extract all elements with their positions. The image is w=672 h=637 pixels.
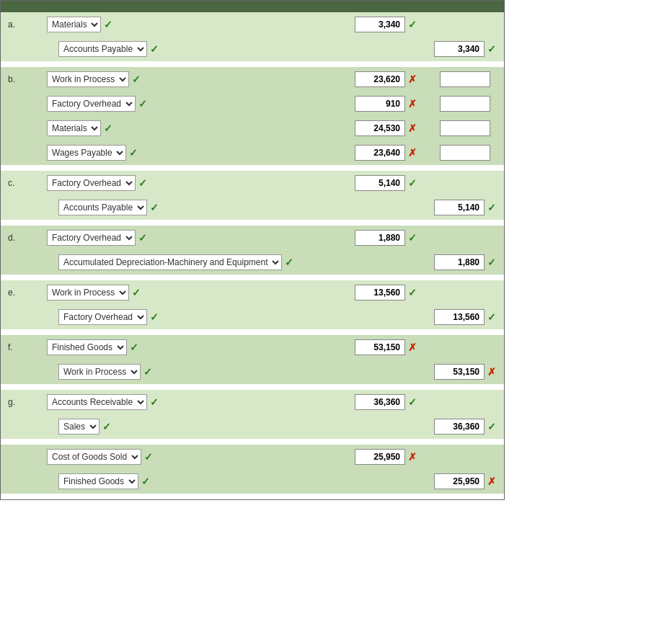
table-row: g.Accounts Receivable✓36,360✓: [1, 390, 504, 414]
credit-amount: 3,340: [434, 41, 485, 57]
row-check-icon: ✓: [144, 451, 153, 463]
row-separator: [1, 384, 504, 390]
table-row: e.Work in Process✓13,560✓: [1, 280, 504, 305]
header-credit: [429, 5, 501, 8]
credit-empty-box[interactable]: [440, 71, 490, 87]
account-select[interactable]: Factory Overhead: [47, 230, 136, 246]
credit-empty-box[interactable]: [440, 145, 490, 161]
credit-amount: 1,880: [434, 254, 485, 270]
account-select[interactable]: Materials: [47, 120, 101, 136]
table-row: Materials✓24,530✗: [1, 116, 504, 141]
row-separator: [1, 275, 504, 280]
debit-cell: 25,950✗: [342, 449, 429, 465]
debit-amount: 910: [355, 96, 405, 112]
debit-amount: 23,640: [355, 145, 405, 161]
table-row: Accounts Payable✓3,340✓: [1, 37, 504, 61]
credit-amount: 25,950: [434, 473, 485, 489]
debit-amount: 53,150: [355, 339, 405, 355]
x-icon: ✗: [487, 476, 496, 487]
entry-group-7: Cost of Goods Sold✓25,950✗Finished Goods…: [1, 445, 504, 494]
description-cell: Cost of Goods Sold✓: [47, 449, 342, 465]
entry-letter: e.: [4, 288, 47, 298]
table-row: Wages Payable✓23,640✗: [1, 141, 504, 165]
credit-empty-box[interactable]: [440, 120, 490, 136]
account-select[interactable]: Work in Process: [47, 71, 129, 87]
check-icon: ✓: [408, 19, 417, 30]
description-cell: Finished Goods✓: [47, 473, 342, 489]
account-select[interactable]: Finished Goods: [58, 473, 138, 489]
row-check-icon: ✓: [129, 147, 138, 159]
x-icon: ✗: [408, 74, 417, 85]
account-select[interactable]: Accounts Payable: [58, 41, 147, 57]
account-select[interactable]: Cost of Goods Sold: [47, 449, 141, 465]
account-select[interactable]: Wages Payable: [47, 145, 126, 161]
debit-cell: 13,560✓: [342, 285, 429, 300]
check-icon: ✓: [487, 421, 496, 432]
row-check-icon: ✓: [150, 43, 159, 55]
account-select[interactable]: Factory Overhead: [47, 96, 136, 112]
check-icon: ✓: [408, 396, 417, 408]
account-select[interactable]: Sales: [58, 419, 100, 435]
credit-cell: 5,140✓: [429, 200, 501, 215]
credit-cell: 25,950✗: [429, 473, 501, 489]
table-row: f.Finished Goods✓53,150✗: [1, 335, 504, 360]
header-entries: [4, 5, 47, 8]
description-cell: Sales✓: [47, 419, 342, 435]
description-cell: Finished Goods✓: [47, 339, 342, 355]
debit-amount: 25,950: [355, 449, 405, 465]
credit-empty-box[interactable]: [440, 96, 490, 112]
account-select[interactable]: Materials: [47, 17, 101, 32]
row-check-icon: ✓: [141, 476, 150, 487]
row-check-icon: ✓: [104, 122, 112, 134]
table-row: Factory Overhead✓910✗: [1, 92, 504, 116]
row-check-icon: ✓: [143, 366, 152, 378]
table-header: [1, 1, 504, 12]
x-icon: ✗: [408, 98, 417, 110]
table-row: Accumulated Depreciation-Machinery and E…: [1, 250, 504, 275]
debit-cell: 1,880✓: [342, 230, 429, 246]
account-select[interactable]: Factory Overhead: [47, 175, 136, 191]
entry-letter: a.: [4, 19, 47, 30]
debit-cell: 36,360✓: [342, 394, 429, 410]
row-check-icon: ✓: [132, 287, 141, 298]
debit-amount: 13,560: [355, 285, 405, 300]
account-select[interactable]: Work in Process: [47, 285, 129, 300]
row-check-icon: ✓: [150, 396, 159, 408]
account-select[interactable]: Accounts Payable: [58, 200, 147, 215]
entry-group-d.: d.Factory Overhead✓1,880✓Accumulated Dep…: [1, 226, 504, 275]
row-check-icon: ✓: [138, 177, 147, 189]
credit-cell: 53,150✗: [429, 364, 501, 380]
check-icon: ✓: [487, 43, 496, 55]
account-select[interactable]: Accumulated Depreciation-Machinery and E…: [58, 254, 282, 270]
account-select[interactable]: Finished Goods: [47, 339, 127, 355]
debit-cell: 53,150✗: [342, 339, 429, 355]
description-cell: Factory Overhead✓: [47, 96, 342, 112]
entry-group-b.: b.Work in Process✓23,620✗Factory Overhea…: [1, 67, 504, 165]
table-row: b.Work in Process✓23,620✗: [1, 67, 504, 92]
debit-amount: 36,360: [355, 394, 405, 410]
debit-cell: 3,340✓: [342, 17, 429, 32]
check-icon: ✓: [487, 202, 496, 213]
row-separator: [1, 494, 504, 499]
credit-cell: [429, 71, 501, 87]
credit-amount: 53,150: [434, 364, 485, 380]
debit-amount: 5,140: [355, 175, 405, 191]
credit-amount: 5,140: [434, 200, 485, 215]
entry-letter: c.: [4, 178, 47, 188]
x-icon: ✗: [487, 366, 496, 378]
row-check-icon: ✓: [132, 74, 141, 85]
credit-amount: 13,560: [434, 309, 485, 325]
debit-amount: 23,620: [355, 71, 405, 87]
table-row: Cost of Goods Sold✓25,950✗: [1, 445, 504, 469]
description-cell: Accounts Payable✓: [47, 200, 342, 215]
check-icon: ✓: [408, 177, 417, 189]
table-row: a.Materials✓3,340✓: [1, 12, 504, 37]
account-select[interactable]: Factory Overhead: [58, 309, 147, 325]
table-row: Factory Overhead✓13,560✓: [1, 305, 504, 329]
row-check-icon: ✓: [138, 232, 147, 244]
debit-cell: 24,530✗: [342, 120, 429, 136]
account-select[interactable]: Work in Process: [58, 364, 141, 380]
check-icon: ✓: [408, 232, 417, 244]
account-select[interactable]: Accounts Receivable: [47, 394, 147, 410]
row-check-icon: ✓: [150, 311, 159, 323]
